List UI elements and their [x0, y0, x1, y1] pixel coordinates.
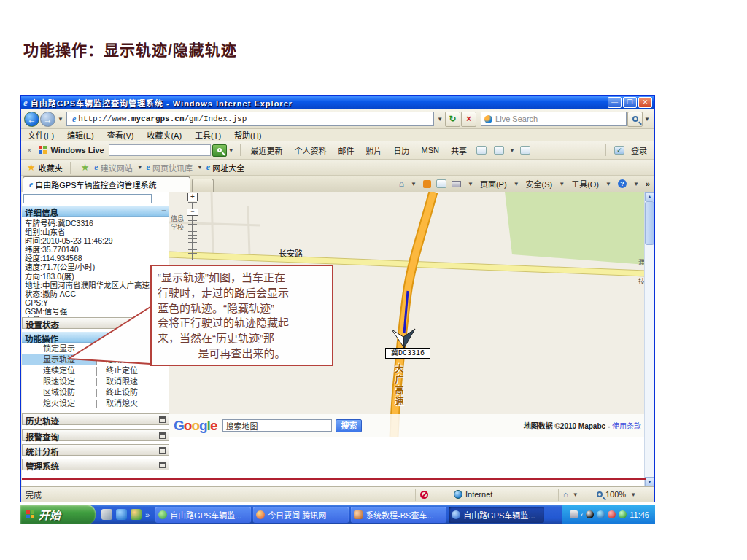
tools-menu[interactable]: 工具(O): [571, 178, 599, 190]
map-search-button[interactable]: 搜索: [336, 419, 362, 432]
messenger-quick-icon[interactable]: [131, 509, 142, 520]
live-item-mail[interactable]: 邮件: [338, 144, 355, 156]
zoom-control[interactable]: 100% ▼: [592, 489, 654, 501]
zoom-in-button[interactable]: +: [187, 192, 198, 201]
panel-history-track[interactable]: 历史轨迹: [22, 413, 169, 425]
zoom-slider-handle[interactable]: −: [187, 209, 198, 216]
terms-link[interactable]: 使用条款: [612, 422, 641, 430]
panel-statistics[interactable]: 统计分析: [22, 444, 169, 456]
task-button-gps-active[interactable]: 自由路GPS车辆监...: [449, 507, 544, 523]
menu-edit[interactable]: 编辑(E): [61, 129, 101, 141]
back-button[interactable]: ←: [24, 112, 39, 127]
live-search-dropdown-icon[interactable]: ▼: [227, 147, 236, 154]
collapse-icon[interactable]: −: [161, 206, 166, 215]
toolbar-close-icon[interactable]: ×: [27, 146, 31, 155]
scroll-up-icon[interactable]: ▲: [645, 192, 654, 201]
tools-dropdown-icon[interactable]: ▼: [604, 181, 613, 187]
menu-file[interactable]: 文件(F): [21, 129, 61, 141]
action-geofence-set[interactable]: 区域设防: [22, 387, 96, 398]
quick-launch-overflow-icon[interactable]: »: [145, 510, 150, 519]
live-tool-icon[interactable]: [476, 146, 487, 155]
window-titlebar[interactable]: e 自由路GPS车辆监控查询管理系统 - Windows Internet Ex…: [21, 96, 654, 109]
live-toolbar-search-button[interactable]: [212, 144, 227, 157]
add-favorite-icon[interactable]: ★: [81, 162, 90, 173]
action-geofence-stop[interactable]: 终止设防: [97, 387, 138, 398]
favorites-star-icon[interactable]: ★: [27, 162, 36, 173]
new-tab-button[interactable]: [192, 179, 214, 192]
url-dropdown-icon[interactable]: ▼: [436, 116, 444, 122]
tray-green-icon[interactable]: [619, 510, 627, 518]
show-desktop-icon[interactable]: [101, 509, 112, 520]
overflow-chevron-icon[interactable]: »: [646, 179, 650, 188]
search-options-dropdown-icon[interactable]: ▼: [643, 116, 651, 122]
expand-icon[interactable]: [159, 416, 166, 423]
suggested-sites-link[interactable]: 建议网站: [101, 162, 133, 174]
history-dropdown-icon[interactable]: ▼: [56, 116, 65, 122]
action-speed-limit[interactable]: 限速设定: [22, 376, 96, 387]
zoom-dropdown-icon[interactable]: ▼: [629, 491, 638, 498]
menu-tools[interactable]: 工具(T): [188, 129, 228, 141]
expand-icon[interactable]: [159, 447, 166, 454]
live-item-updates[interactable]: 最近更新: [251, 144, 283, 156]
action-engine-cut[interactable]: 熄火设定: [22, 398, 96, 409]
live-item-profile[interactable]: 个人资料: [295, 144, 327, 156]
print-icon[interactable]: [452, 181, 461, 187]
live-mail-icon[interactable]: [494, 146, 504, 155]
map-search-input[interactable]: [222, 419, 332, 432]
dropdown-icon[interactable]: ▼: [196, 164, 204, 171]
menu-favorites[interactable]: 收藏夹(A): [140, 129, 188, 141]
help-icon[interactable]: ?: [618, 179, 627, 188]
forward-button[interactable]: →: [40, 112, 55, 127]
search-go-button[interactable]: [627, 112, 643, 127]
safety-menu[interactable]: 安全(S): [526, 178, 553, 190]
page-menu[interactable]: 页面(P): [480, 178, 507, 190]
site-list-link[interactable]: 网址大全: [212, 162, 244, 174]
dropdown-icon[interactable]: ▼: [571, 491, 580, 498]
safety-dropdown-icon[interactable]: ▼: [557, 181, 566, 187]
scroll-down-icon[interactable]: ▼: [645, 477, 654, 486]
refresh-button[interactable]: ↻: [445, 112, 460, 127]
task-button-gps[interactable]: 自由路GPS车辆监...: [155, 507, 251, 523]
ie-quick-icon[interactable]: [116, 509, 127, 520]
live-toolbar-search-input[interactable]: [109, 144, 211, 156]
dropdown-icon[interactable]: ▼: [136, 164, 144, 171]
menu-view[interactable]: 查看(V): [101, 129, 141, 141]
details-panel-header[interactable]: 详细信息 −: [22, 205, 169, 217]
tray-alert-icon[interactable]: [608, 510, 616, 518]
help-dropdown-icon[interactable]: ▼: [632, 181, 640, 187]
live-contacts-icon[interactable]: [520, 146, 530, 155]
home-dropdown-icon[interactable]: ▼: [409, 181, 418, 187]
dropdown-icon[interactable]: ▼: [508, 147, 516, 154]
url-field[interactable]: e http://www.mycargps.cn/gm/Index.jsp: [66, 112, 434, 126]
minimize-button[interactable]: —: [608, 97, 622, 108]
stop-button[interactable]: ×: [461, 112, 476, 127]
menu-help[interactable]: 帮助(H): [228, 129, 268, 141]
panel-admin-system[interactable]: 管理系统: [22, 459, 169, 470]
home-icon[interactable]: ⌂: [399, 179, 404, 189]
live-item-msn[interactable]: MSN: [422, 146, 439, 155]
feeds-icon[interactable]: [423, 180, 431, 188]
panel-alarm-query[interactable]: 报警查询: [22, 429, 169, 441]
start-button[interactable]: 开始: [20, 505, 96, 524]
live-search-box[interactable]: [481, 112, 627, 126]
web-slices-link[interactable]: 网页快讯库: [152, 162, 193, 174]
print-dropdown-icon[interactable]: ▼: [466, 181, 475, 187]
restore-button[interactable]: ❐: [623, 97, 637, 108]
action-cancel-speed-limit[interactable]: 取消限速: [97, 376, 138, 387]
task-button-tutorial[interactable]: 系统教程-BS查车...: [351, 507, 446, 523]
page-dropdown-icon[interactable]: ▼: [512, 181, 521, 187]
phishing-filter[interactable]: ⌂▼: [558, 489, 592, 501]
vertical-scrollbar[interactable]: ▲ ▼: [644, 192, 654, 486]
close-button[interactable]: ✕: [638, 97, 652, 108]
action-cancel-engine-cut[interactable]: 取消熄火: [97, 398, 138, 409]
favorites-label[interactable]: 收藏夹: [39, 162, 63, 174]
ime-keyboard-icon[interactable]: [570, 510, 578, 518]
read-mail-icon[interactable]: [436, 179, 446, 188]
task-button-news[interactable]: 今日要闻 腾讯网: [253, 507, 349, 523]
expand-icon[interactable]: [159, 432, 166, 439]
expand-icon[interactable]: [159, 462, 166, 468]
tab-gps-system[interactable]: e 自由路GPS车辆监控查询管理系统: [23, 176, 190, 192]
live-item-share[interactable]: 共享: [451, 144, 467, 156]
scrollbar-thumb[interactable]: [645, 201, 654, 245]
live-search-input[interactable]: [495, 114, 605, 123]
